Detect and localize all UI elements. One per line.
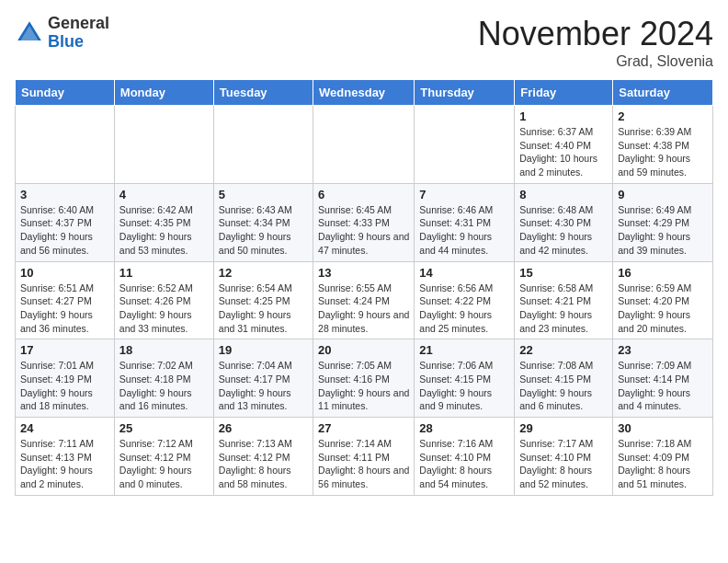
day-info: Sunrise: 7:09 AM Sunset: 4:14 PM Dayligh…: [618, 359, 708, 413]
day-info: Sunrise: 6:55 AM Sunset: 4:24 PM Dayligh…: [318, 282, 409, 336]
day-number: 28: [419, 421, 509, 435]
calendar-cell: 25Sunrise: 7:12 AM Sunset: 4:12 PM Dayli…: [114, 418, 213, 496]
header-tuesday: Tuesday: [213, 80, 313, 106]
calendar-week-3: 10Sunrise: 6:51 AM Sunset: 4:27 PM Dayli…: [16, 261, 713, 339]
logo-general: General: [48, 15, 109, 33]
calendar-cell: 21Sunrise: 7:06 AM Sunset: 4:15 PM Dayli…: [415, 339, 515, 418]
day-number: 15: [519, 266, 608, 280]
calendar-cell: 16Sunrise: 6:59 AM Sunset: 4:20 PM Dayli…: [613, 261, 713, 339]
day-number: 5: [219, 188, 308, 201]
day-number: 17: [20, 343, 109, 357]
calendar-cell: 7Sunrise: 6:46 AM Sunset: 4:31 PM Daylig…: [415, 183, 515, 261]
day-info: Sunrise: 7:12 AM Sunset: 4:12 PM Dayligh…: [119, 437, 209, 491]
day-number: 23: [618, 343, 708, 357]
calendar-cell: 5Sunrise: 6:43 AM Sunset: 4:34 PM Daylig…: [213, 183, 313, 261]
day-number: 19: [219, 343, 308, 357]
day-number: 16: [618, 266, 708, 280]
calendar-cell: 2Sunrise: 6:39 AM Sunset: 4:38 PM Daylig…: [613, 106, 713, 184]
day-number: 30: [618, 421, 708, 435]
day-info: Sunrise: 6:45 AM Sunset: 4:33 PM Dayligh…: [318, 203, 409, 258]
calendar-cell: 12Sunrise: 6:54 AM Sunset: 4:25 PM Dayli…: [213, 261, 313, 339]
calendar-cell: [16, 106, 115, 184]
calendar-table: SundayMondayTuesdayWednesdayThursdayFrid…: [15, 79, 713, 496]
day-info: Sunrise: 6:58 AM Sunset: 4:21 PM Dayligh…: [519, 282, 608, 336]
day-number: 13: [318, 266, 409, 280]
calendar-cell: 10Sunrise: 6:51 AM Sunset: 4:27 PM Dayli…: [16, 261, 115, 339]
calendar-cell: 24Sunrise: 7:11 AM Sunset: 4:13 PM Dayli…: [16, 418, 115, 496]
day-number: 11: [119, 266, 209, 280]
calendar-cell: 14Sunrise: 6:56 AM Sunset: 4:22 PM Dayli…: [415, 261, 515, 339]
day-number: 7: [419, 188, 509, 201]
header-friday: Friday: [515, 80, 613, 106]
day-info: Sunrise: 6:40 AM Sunset: 4:37 PM Dayligh…: [20, 203, 109, 258]
day-number: 22: [519, 343, 608, 357]
logo: General Blue: [15, 15, 109, 52]
calendar-cell: 6Sunrise: 6:45 AM Sunset: 4:33 PM Daylig…: [313, 183, 415, 261]
day-number: 18: [119, 343, 209, 357]
calendar-header-row: SundayMondayTuesdayWednesdayThursdayFrid…: [16, 80, 713, 106]
day-info: Sunrise: 7:08 AM Sunset: 4:15 PM Dayligh…: [519, 359, 608, 413]
day-info: Sunrise: 7:04 AM Sunset: 4:17 PM Dayligh…: [219, 359, 308, 413]
title-block: November 2024 Grad, Slovenia: [478, 15, 713, 70]
location: Grad, Slovenia: [478, 53, 713, 70]
day-info: Sunrise: 6:46 AM Sunset: 4:31 PM Dayligh…: [419, 203, 509, 258]
day-info: Sunrise: 6:48 AM Sunset: 4:30 PM Dayligh…: [519, 203, 608, 258]
calendar-cell: 18Sunrise: 7:02 AM Sunset: 4:18 PM Dayli…: [114, 339, 213, 418]
day-info: Sunrise: 6:43 AM Sunset: 4:34 PM Dayligh…: [219, 203, 308, 258]
day-number: 29: [519, 421, 608, 435]
day-number: 14: [419, 266, 509, 280]
header-wednesday: Wednesday: [313, 80, 415, 106]
day-number: 21: [419, 343, 509, 357]
day-info: Sunrise: 7:17 AM Sunset: 4:10 PM Dayligh…: [519, 437, 608, 491]
page-header: General Blue November 2024 Grad, Sloveni…: [15, 15, 713, 70]
day-info: Sunrise: 7:16 AM Sunset: 4:10 PM Dayligh…: [419, 437, 509, 491]
day-info: Sunrise: 7:11 AM Sunset: 4:13 PM Dayligh…: [20, 437, 109, 491]
day-number: 9: [618, 188, 708, 201]
calendar-cell: 27Sunrise: 7:14 AM Sunset: 4:11 PM Dayli…: [313, 418, 415, 496]
calendar-cell: 23Sunrise: 7:09 AM Sunset: 4:14 PM Dayli…: [613, 339, 713, 418]
day-number: 20: [318, 343, 409, 357]
calendar-cell: 13Sunrise: 6:55 AM Sunset: 4:24 PM Dayli…: [313, 261, 415, 339]
header-sunday: Sunday: [16, 80, 115, 106]
day-info: Sunrise: 7:06 AM Sunset: 4:15 PM Dayligh…: [419, 359, 509, 413]
calendar-cell: [313, 106, 415, 184]
day-info: Sunrise: 6:56 AM Sunset: 4:22 PM Dayligh…: [419, 282, 509, 336]
calendar-cell: 17Sunrise: 7:01 AM Sunset: 4:19 PM Dayli…: [16, 339, 115, 418]
logo-icon: [15, 18, 44, 48]
day-number: 26: [219, 421, 308, 435]
day-info: Sunrise: 6:59 AM Sunset: 4:20 PM Dayligh…: [618, 282, 708, 336]
day-number: 3: [20, 188, 109, 201]
calendar-week-2: 3Sunrise: 6:40 AM Sunset: 4:37 PM Daylig…: [16, 183, 713, 261]
calendar-cell: 8Sunrise: 6:48 AM Sunset: 4:30 PM Daylig…: [515, 183, 613, 261]
calendar-week-5: 24Sunrise: 7:11 AM Sunset: 4:13 PM Dayli…: [16, 418, 713, 496]
day-info: Sunrise: 7:13 AM Sunset: 4:12 PM Dayligh…: [219, 437, 308, 491]
day-info: Sunrise: 6:51 AM Sunset: 4:27 PM Dayligh…: [20, 282, 109, 336]
day-info: Sunrise: 6:42 AM Sunset: 4:35 PM Dayligh…: [119, 203, 209, 258]
day-number: 4: [119, 188, 209, 201]
day-number: 24: [20, 421, 109, 435]
day-info: Sunrise: 6:49 AM Sunset: 4:29 PM Dayligh…: [618, 203, 708, 258]
calendar-week-4: 17Sunrise: 7:01 AM Sunset: 4:19 PM Dayli…: [16, 339, 713, 418]
day-info: Sunrise: 7:14 AM Sunset: 4:11 PM Dayligh…: [318, 437, 409, 491]
day-number: 2: [618, 109, 708, 123]
day-number: 8: [519, 188, 608, 201]
day-info: Sunrise: 7:01 AM Sunset: 4:19 PM Dayligh…: [20, 359, 109, 413]
day-info: Sunrise: 6:52 AM Sunset: 4:26 PM Dayligh…: [119, 282, 209, 336]
calendar-cell: [415, 106, 515, 184]
calendar-cell: 22Sunrise: 7:08 AM Sunset: 4:15 PM Dayli…: [515, 339, 613, 418]
day-number: 25: [119, 421, 209, 435]
calendar-cell: 20Sunrise: 7:05 AM Sunset: 4:16 PM Dayli…: [313, 339, 415, 418]
calendar-cell: 1Sunrise: 6:37 AM Sunset: 4:40 PM Daylig…: [515, 106, 613, 184]
day-info: Sunrise: 7:05 AM Sunset: 4:16 PM Dayligh…: [318, 359, 409, 413]
calendar-cell: [213, 106, 313, 184]
header-thursday: Thursday: [415, 80, 515, 106]
day-number: 10: [20, 266, 109, 280]
header-saturday: Saturday: [613, 80, 713, 106]
day-number: 6: [318, 188, 409, 201]
day-info: Sunrise: 6:54 AM Sunset: 4:25 PM Dayligh…: [219, 282, 308, 336]
calendar-cell: 28Sunrise: 7:16 AM Sunset: 4:10 PM Dayli…: [415, 418, 515, 496]
day-info: Sunrise: 6:39 AM Sunset: 4:38 PM Dayligh…: [618, 125, 708, 179]
day-number: 27: [318, 421, 409, 435]
calendar-cell: 19Sunrise: 7:04 AM Sunset: 4:17 PM Dayli…: [213, 339, 313, 418]
month-title: November 2024: [478, 15, 713, 53]
